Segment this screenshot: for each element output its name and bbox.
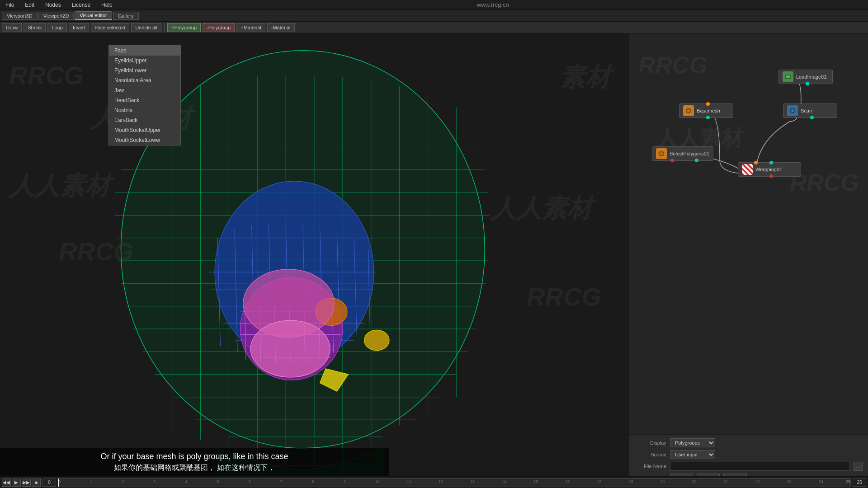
tick-5: 5 xyxy=(217,479,219,484)
current-frame-input[interactable] xyxy=(42,479,56,487)
tick-14: 14 xyxy=(502,479,506,484)
next-frame-button[interactable]: ▶▶ xyxy=(22,479,31,487)
wrapping-label: Wrapping01 xyxy=(755,167,782,172)
node-editor[interactable]: RRCG 人人素材 RRCG LoadImage01 xyxy=(629,33,868,434)
add-polygroup-button[interactable]: +Polygroup xyxy=(167,23,201,32)
prev-frame-button[interactable]: ◀◀ xyxy=(2,479,11,487)
tab-viewport2d[interactable]: Viewport2D xyxy=(38,12,74,20)
tick-11: 11 xyxy=(407,479,411,484)
tick-24: 24 xyxy=(819,479,823,484)
tab-bar: Viewport3D Viewport2D Visual editor Gall… xyxy=(0,10,868,22)
node-basemesh[interactable]: Basemesh xyxy=(679,103,733,118)
remove-material-button[interactable]: -Material xyxy=(267,23,295,32)
svg-point-70 xyxy=(250,320,330,377)
filename-row: File Name … xyxy=(635,462,863,471)
tick-22: 22 xyxy=(755,479,760,484)
viewport-3d[interactable]: RRCG 人人素材 素材 人人素材 RRCG RRCG 人人素材 Face Ey… xyxy=(0,33,628,488)
filename-input[interactable] xyxy=(670,462,850,471)
svg-point-77 xyxy=(791,109,794,112)
display-label: Display xyxy=(635,440,666,446)
tick-15: 15 xyxy=(533,479,538,484)
source-dropdown[interactable]: User input File Basemesh xyxy=(670,450,715,459)
polygroup-dropdown: Face EyelidsUpper EyelidsLower Nasolabia… xyxy=(108,45,181,145)
svg-point-79 xyxy=(660,152,663,155)
timeline: ◀◀ ▶ ▶▶ ■ 0 1 2 3 4 5 6 7 8 9 10 11 12 1… xyxy=(0,476,868,488)
hide-selected-button[interactable]: Hide selected xyxy=(91,23,129,32)
loadimage-out-dot xyxy=(806,82,809,85)
loadimage-label: LoadImage01 xyxy=(796,74,826,80)
tick-2: 2 xyxy=(122,479,124,484)
tick-13: 13 xyxy=(470,479,475,484)
dropdown-item-earsback[interactable]: EarsBack xyxy=(109,115,180,125)
wrapping-in-dot2 xyxy=(769,161,773,164)
tick-17: 17 xyxy=(597,479,601,484)
tick-9: 9 xyxy=(344,479,346,484)
menu-help[interactable]: Help xyxy=(99,1,114,9)
main-layout: RRCG 人人素材 素材 人人素材 RRCG RRCG 人人素材 Face Ey… xyxy=(0,33,868,488)
tick-8: 8 xyxy=(312,479,314,484)
menu-license[interactable]: License xyxy=(70,1,92,9)
dropdown-item-face[interactable]: Face xyxy=(109,46,180,56)
invert-button[interactable]: Invert xyxy=(69,23,90,32)
playhead[interactable] xyxy=(58,479,59,487)
tab-gallery[interactable]: Gallery xyxy=(113,12,139,20)
node-watermark-1: RRCG xyxy=(638,52,708,79)
shrink-button[interactable]: Shrink xyxy=(24,23,46,32)
dropdown-item-jaw[interactable]: Jaw xyxy=(109,85,180,95)
dropdown-item-nostrils[interactable]: Nostrils xyxy=(109,105,180,115)
node-loadimage[interactable]: LoadImage01 xyxy=(778,70,833,84)
connections-svg xyxy=(629,33,868,434)
source-row: Source User input File Basemesh xyxy=(635,450,863,459)
display-row: Display Polygroups Material None xyxy=(635,438,863,447)
tick-18: 18 xyxy=(628,479,633,484)
menu-file[interactable]: File xyxy=(4,1,16,9)
subtitle-chinese: 如果你的基础网格或聚酰基团， 如在这种情况下， xyxy=(7,463,382,473)
grow-button[interactable]: Grow xyxy=(2,23,22,32)
basemesh-in-dot xyxy=(706,102,710,106)
menu-edit[interactable]: Edit xyxy=(23,1,36,9)
tab-visual-editor[interactable]: Visual editor xyxy=(75,11,112,20)
subtitle-bar: Or if your base mesh is poly groups, lik… xyxy=(0,448,389,476)
dropdown-item-eyelidslower[interactable]: EyelidsLower xyxy=(109,66,180,75)
basemesh-icon xyxy=(683,105,694,116)
add-material-button[interactable]: +Material xyxy=(236,23,265,32)
dropdown-item-headback[interactable]: HeadBack xyxy=(109,95,180,105)
stop-button[interactable]: ■ xyxy=(32,479,41,487)
basemesh-out-dot xyxy=(706,116,710,119)
tick-25: 25 xyxy=(846,479,850,484)
tick-1: 1 xyxy=(90,479,92,484)
play-controls: ◀◀ ▶ ▶▶ ■ xyxy=(2,479,41,487)
end-frame-input[interactable] xyxy=(853,479,866,487)
loadimage-icon xyxy=(783,71,793,82)
tick-3: 3 xyxy=(153,479,156,484)
selectpolygons-label: SelectPolygons01 xyxy=(670,151,709,156)
timeline-ruler[interactable]: 0 1 2 3 4 5 6 7 8 9 10 11 12 13 14 15 16… xyxy=(58,478,851,487)
tab-viewport3d[interactable]: Viewport3D xyxy=(2,12,38,20)
tick-16: 16 xyxy=(565,479,570,484)
filename-browse-button[interactable]: … xyxy=(854,462,863,471)
dropdown-item-mouthsocketlower[interactable]: MouthSocketLower xyxy=(109,135,180,145)
node-wrapping[interactable]: Wrapping01 xyxy=(738,162,801,177)
dropdown-item-eyelidsupper[interactable]: EyelidsUpper xyxy=(109,56,180,66)
node-selectpolygons[interactable]: SelectPolygons01 xyxy=(652,146,713,161)
wrapping-in-dot1 xyxy=(754,161,758,164)
unhide-all-button[interactable]: Unhide all xyxy=(131,23,161,32)
wrapping-icon xyxy=(742,164,753,175)
filename-label: File Name xyxy=(635,464,666,469)
tick-19: 19 xyxy=(660,479,665,484)
dropdown-item-nasolabialarea[interactable]: NasolabialArea xyxy=(109,75,180,85)
toolbar: Grow Shrink Loop Invert Hide selected Un… xyxy=(0,22,868,33)
top-watermark-text: www.rrcg.cn xyxy=(122,1,864,8)
dropdown-item-mouthsocketupper[interactable]: MouthSocketUpper xyxy=(109,125,180,135)
play-button[interactable]: ▶ xyxy=(12,479,21,487)
mesh-svg xyxy=(0,33,628,488)
menu-nodes[interactable]: Nodes xyxy=(43,1,63,9)
node-scan[interactable]: Scan xyxy=(783,103,837,118)
scan-label: Scan xyxy=(801,108,812,113)
remove-polygroup-button[interactable]: -Polygroup xyxy=(203,23,235,32)
svg-point-68 xyxy=(364,330,389,350)
selectpolygons-out-dot2 xyxy=(695,159,698,162)
display-dropdown[interactable]: Polygroups Material None xyxy=(670,438,715,447)
loop-button[interactable]: Loop xyxy=(47,23,66,32)
selectpolygons-out-dot xyxy=(670,159,674,162)
